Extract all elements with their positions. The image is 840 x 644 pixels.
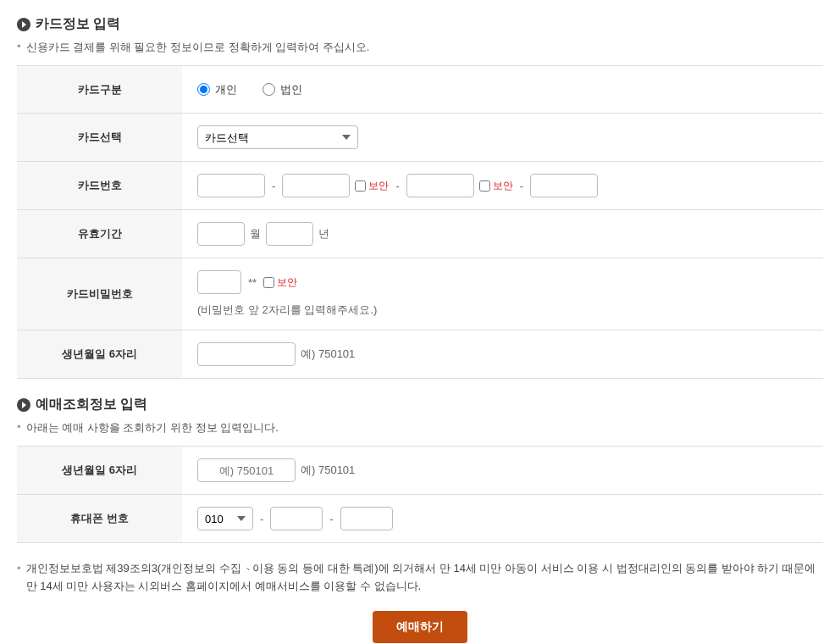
bullet-icon: •	[17, 420, 21, 433]
radio-corporate-input[interactable]	[262, 83, 275, 96]
phone-last-input[interactable]	[340, 507, 393, 530]
card-type-row: 카드구분 개인 법인	[17, 66, 823, 114]
inquiry-desc: • 아래는 예매 사항을 조회하기 위한 정보 입력입니다.	[17, 420, 823, 436]
expiry-year-input[interactable]	[266, 222, 313, 246]
secure-label-1: 보안	[368, 179, 389, 193]
expiry-month-label: 월	[250, 226, 261, 242]
card-select-value: 카드선택	[182, 114, 823, 161]
pin-stars: **	[248, 276, 257, 289]
radio-corporate[interactable]: 법인	[262, 82, 302, 97]
card-select-dropdown[interactable]: 카드선택	[197, 125, 358, 149]
phone-prefix-select[interactable]: 010	[197, 507, 253, 530]
radio-personal-label: 개인	[215, 82, 237, 97]
secure-check-2: 보안	[479, 179, 513, 193]
radio-personal[interactable]: 개인	[197, 82, 237, 97]
card-pin-label: 카드비밀번호	[17, 258, 182, 330]
card-number-4[interactable]	[530, 174, 598, 197]
expiry-row: 유효기간 월 년	[17, 210, 823, 258]
secure-check-1: 보안	[355, 179, 389, 193]
expiry-year-label: 년	[318, 226, 329, 242]
card-pin-hint: (비밀번호 앞 2자리를 입력해주세요.)	[197, 303, 377, 318]
card-type-value: 개인 법인	[182, 66, 823, 113]
card-number-row: 카드번호 - 보안 - 보안 -	[17, 162, 823, 210]
card-info-table: 카드구분 개인 법인 카드선택 카드선택 카드번호 -	[17, 65, 823, 379]
card-info-title-row: 카드정보 입력	[17, 15, 823, 33]
expiry-value: 월 년	[182, 210, 823, 258]
inquiry-table: 생년월일 6자리 예) 750101 휴대폰 번호 010 - -	[17, 446, 823, 543]
expiry-label: 유효기간	[17, 210, 182, 258]
dash-icon: -	[272, 180, 275, 192]
card-pin-input[interactable]	[197, 270, 241, 294]
secure-label-pin: 보안	[277, 275, 297, 290]
card-type-label: 카드구분	[17, 66, 182, 113]
bullet-icon: •	[17, 560, 21, 578]
inquiry-title-row: 예매조회정보 입력	[17, 396, 823, 414]
privacy-notice-text: 개인정보보호법 제39조의3(개인정보의 수집ᆞ이용 동의 등에 대한 특례)에…	[26, 560, 823, 596]
card-pin-value: ** 보안 (비밀번호 앞 2자리를 입력해주세요.)	[182, 258, 823, 330]
inquiry-birth-input[interactable]	[197, 458, 296, 482]
card-number-1[interactable]	[197, 174, 265, 197]
secure-label-2: 보안	[493, 179, 513, 193]
dash-icon: -	[395, 180, 399, 192]
card-select-label: 카드선택	[17, 114, 182, 161]
card-info-desc: • 신용카드 결제를 위해 필요한 정보이므로 정확하게 입력하여 주십시오.	[17, 40, 823, 55]
expiry-month-input[interactable]	[197, 222, 245, 246]
dash-icon: -	[520, 180, 523, 192]
bullet-icon: •	[17, 40, 21, 53]
birth-label: 생년월일 6자리	[17, 330, 182, 378]
inquiry-birth-example: 예) 750101	[301, 463, 355, 478]
birth-row: 생년월일 6자리 예) 750101	[17, 330, 823, 379]
card-pin-row: 카드비밀번호 ** 보안 (비밀번호 앞 2자리를 입력해주세요.)	[17, 258, 823, 330]
card-number-label: 카드번호	[17, 162, 182, 209]
secure-checkbox-1[interactable]	[355, 180, 366, 192]
arrow-right-icon	[17, 398, 30, 412]
dash-icon: -	[329, 513, 333, 525]
inquiry-birth-label: 생년월일 6자리	[17, 447, 182, 494]
card-number-3[interactable]	[406, 174, 474, 197]
card-info-title: 카드정보 입력	[36, 15, 120, 33]
secure-checkbox-2[interactable]	[479, 180, 490, 192]
birth-example: 예) 750101	[301, 347, 355, 362]
inquiry-title: 예매조회정보 입력	[36, 396, 147, 414]
card-number-value: - 보안 - 보안 -	[182, 162, 823, 209]
privacy-notice: • 개인정보보호법 제39조의3(개인정보의 수집ᆞ이용 동의 등에 대한 특례…	[17, 560, 823, 596]
radio-corporate-label: 법인	[280, 82, 302, 97]
birth-value: 예) 750101	[182, 330, 823, 378]
card-number-2[interactable]	[282, 174, 350, 197]
inquiry-birth-row: 생년월일 6자리 예) 750101	[17, 447, 823, 495]
arrow-right-icon	[17, 18, 30, 31]
phone-value: 010 - -	[182, 495, 823, 542]
submit-button[interactable]: 예매하기	[373, 611, 467, 643]
phone-row: 휴대폰 번호 010 - -	[17, 495, 823, 543]
radio-personal-input[interactable]	[197, 83, 210, 96]
secure-checkbox-pin[interactable]	[263, 277, 274, 288]
secure-check-pin: 보안	[263, 275, 297, 290]
phone-label: 휴대폰 번호	[17, 495, 182, 542]
inquiry-desc-text: 아래는 예매 사항을 조회하기 위한 정보 입력입니다.	[26, 420, 279, 436]
birth-input[interactable]	[197, 342, 296, 366]
phone-mid-input[interactable]	[270, 507, 323, 530]
submit-wrap: 예매하기	[17, 611, 823, 643]
inquiry-birth-value: 예) 750101	[182, 447, 823, 494]
dash-icon: -	[260, 513, 263, 525]
card-select-row: 카드선택 카드선택	[17, 114, 823, 162]
card-info-desc-text: 신용카드 결제를 위해 필요한 정보이므로 정확하게 입력하여 주십시오.	[26, 40, 370, 55]
